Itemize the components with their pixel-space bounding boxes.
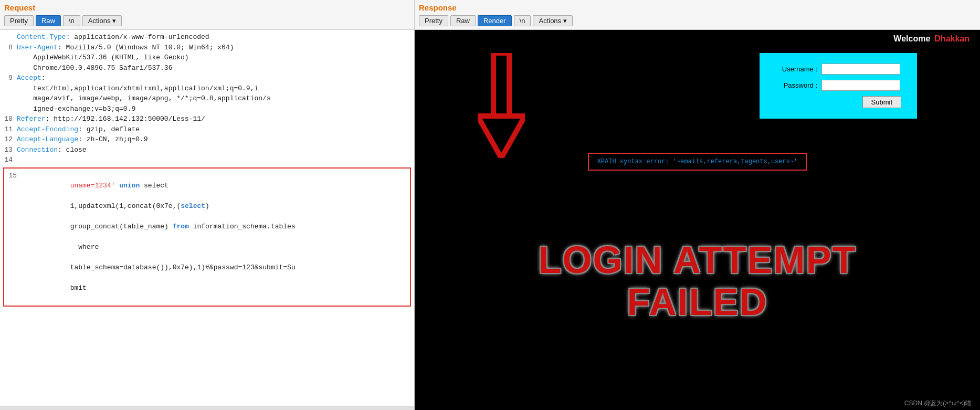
pretty-button[interactable]: Pretty bbox=[4, 15, 34, 26]
rendered-page: Welcome Dhakkan bbox=[415, 30, 980, 410]
welcome-bar: Welcome Dhakkan bbox=[415, 30, 980, 48]
line-payload: 15 uname=1234' union select 1,updatexml(… bbox=[7, 171, 407, 304]
submit-row: Submit bbox=[775, 96, 901, 108]
response-pretty-button[interactable]: Pretty bbox=[419, 15, 448, 26]
response-render-button[interactable]: Render bbox=[478, 15, 512, 26]
request-title: Request bbox=[4, 2, 410, 14]
down-arrow-icon bbox=[478, 53, 525, 158]
line-accept: 9 Accept: text/html,application/xhtml+xm… bbox=[3, 73, 411, 114]
response-title: Response bbox=[419, 2, 976, 14]
payload-box: 15 uname=1234' union select 1,updatexml(… bbox=[3, 167, 411, 307]
login-form-container: Username : Password : Submit bbox=[760, 53, 949, 148]
response-panel: Response Pretty Raw Render \n Actions ▾ … bbox=[415, 0, 980, 410]
scroll-hint bbox=[0, 406, 414, 410]
dhakkan-text: Dhakkan bbox=[934, 34, 970, 44]
line-user-agent: 8 User-Agent: Mozilla/5.0 (Windows NT 10… bbox=[3, 43, 411, 73]
line-content-type: Content-Type: application/x-www-form-url… bbox=[3, 32, 411, 43]
submit-button[interactable]: Submit bbox=[862, 96, 901, 108]
username-row: Username : bbox=[775, 64, 901, 75]
welcome-text: Welcome bbox=[893, 34, 930, 44]
request-header: Request Pretty Raw \n Actions ▾ bbox=[0, 0, 414, 30]
error-box: XPATH syntax error: '~emails,referera,ta… bbox=[588, 153, 807, 171]
username-label: Username : bbox=[775, 65, 817, 73]
arrow-area bbox=[478, 53, 525, 160]
main-content-area: Username : Password : Submit bbox=[415, 48, 980, 153]
password-row: Password : bbox=[775, 80, 901, 91]
line-connection: 13 Connection: close bbox=[3, 145, 411, 155]
username-input[interactable] bbox=[821, 64, 900, 75]
footer-bar: CSDN @蓝为(>^ω^<)喵 bbox=[415, 397, 980, 410]
n-button[interactable]: \n bbox=[63, 15, 80, 26]
password-label: Password : bbox=[775, 81, 817, 89]
footer-text: CSDN @蓝为(>^ω^<)喵 bbox=[904, 399, 972, 408]
request-panel: Request Pretty Raw \n Actions ▾ Content-… bbox=[0, 0, 415, 410]
login-form-box: Username : Password : Submit bbox=[760, 53, 917, 119]
raw-button[interactable]: Raw bbox=[36, 15, 61, 26]
line-blank: 14 bbox=[3, 155, 411, 165]
login-failed-line1: LOGIN ATTEMPT bbox=[539, 239, 857, 281]
request-toolbar: Pretty Raw \n Actions ▾ bbox=[4, 14, 410, 27]
login-failed-text: LOGIN ATTEMPT FAILED bbox=[539, 239, 857, 322]
actions-button[interactable]: Actions ▾ bbox=[82, 15, 122, 26]
login-failed-line2: FAILED bbox=[539, 281, 857, 323]
response-actions-button[interactable]: Actions ▾ bbox=[533, 15, 572, 26]
password-input[interactable] bbox=[821, 80, 900, 91]
line-referer: 10 Referer: http://192.168.142.132:50000… bbox=[3, 114, 411, 124]
response-header: Response Pretty Raw Render \n Actions ▾ bbox=[415, 0, 980, 30]
response-raw-button[interactable]: Raw bbox=[450, 15, 476, 26]
svg-rect-0 bbox=[493, 53, 509, 116]
line-accept-language: 12 Accept-Language: zh-CN, zh;q=0.9 bbox=[3, 134, 411, 145]
login-failed-section: LOGIN ATTEMPT FAILED bbox=[415, 176, 980, 397]
response-toolbar: Pretty Raw Render \n Actions ▾ bbox=[419, 14, 976, 27]
line-accept-encoding: 11 Accept-Encoding: gzip, deflate bbox=[3, 124, 411, 135]
svg-marker-1 bbox=[478, 116, 525, 158]
response-content: Welcome Dhakkan bbox=[415, 30, 980, 410]
request-code-area: Content-Type: application/x-www-form-url… bbox=[0, 30, 414, 406]
response-n-button[interactable]: \n bbox=[514, 15, 531, 26]
error-text: XPATH syntax error: '~emails,referera,ta… bbox=[597, 158, 798, 165]
